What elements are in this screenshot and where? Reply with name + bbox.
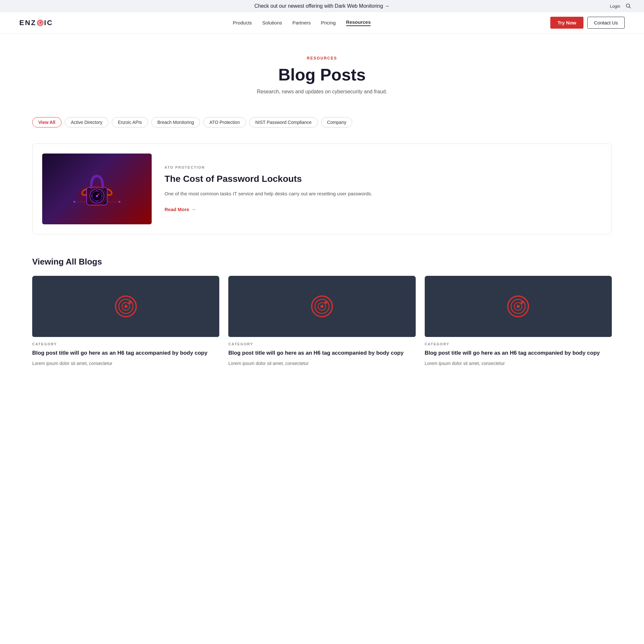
nav-partners[interactable]: Partners	[292, 20, 311, 25]
header: ENZ IC Products Solutions Partners Prici…	[0, 12, 644, 33]
nav-pricing[interactable]: Pricing	[321, 20, 336, 25]
filter-enzoic-apis[interactable]: Enzoic APIs	[112, 117, 148, 127]
logo-text-e: ENZ	[19, 19, 36, 27]
blog-card-image-2	[228, 276, 415, 337]
hero-label: RESOURCES	[13, 56, 631, 61]
svg-point-5	[41, 21, 42, 22]
page-title: Blog Posts	[13, 65, 631, 84]
filter-nist[interactable]: NIST Password Compliance	[249, 117, 318, 127]
banner-text: Check out our newest offering with Dark …	[254, 3, 390, 9]
main-nav: Products Solutions Partners Pricing Reso…	[233, 19, 371, 26]
blog-card-3: CATEGORY Blog post title will go here as…	[425, 276, 612, 367]
blog-card-2: CATEGORY Blog post title will go here as…	[228, 276, 415, 367]
nav-solutions[interactable]: Solutions	[262, 20, 282, 25]
blog-grid-section: Viewing All Blogs CATEGORY Blog post tit…	[0, 241, 644, 383]
featured-content: ATO PROTECTION The Cost of Password Lock…	[164, 165, 602, 212]
svg-point-0	[626, 4, 630, 7]
article-category: ATO PROTECTION	[164, 165, 602, 169]
hero-subtitle: Research, news and updates on cybersecur…	[13, 89, 631, 95]
try-now-button[interactable]: Try Now	[550, 17, 583, 29]
blog-grid: CATEGORY Blog post title will go here as…	[32, 276, 612, 367]
svg-line-1	[629, 7, 630, 8]
hero-section: RESOURCES Blog Posts Research, news and …	[0, 33, 644, 107]
featured-section: ATO PROTECTION The Cost of Password Lock…	[0, 137, 644, 241]
blog-card-excerpt-2: Lorem ipsum dolor sit amet, consectetur	[228, 360, 415, 367]
blog-card-category-3: CATEGORY	[425, 342, 612, 346]
filter-view-all[interactable]: View All	[32, 117, 61, 127]
blog-card-image-1	[32, 276, 219, 337]
contact-us-button[interactable]: Contact Us	[587, 17, 625, 29]
blog-card-category-1: CATEGORY	[32, 342, 219, 346]
nav-products[interactable]: Products	[233, 20, 252, 25]
blog-card-1: CATEGORY Blog post title will go here as…	[32, 276, 219, 367]
login-link[interactable]: Login	[610, 4, 620, 9]
search-icon[interactable]	[625, 3, 631, 10]
logo-text-ic: IC	[44, 19, 53, 27]
blog-grid-title: Viewing All Blogs	[32, 257, 612, 267]
svg-point-26	[124, 305, 127, 308]
filter-active-directory[interactable]: Active Directory	[65, 117, 108, 127]
featured-card: ATO PROTECTION The Cost of Password Lock…	[32, 144, 612, 234]
blog-card-image-3	[425, 276, 612, 337]
featured-image	[42, 154, 152, 224]
logo[interactable]: ENZ IC	[19, 19, 53, 27]
blog-card-title-3: Blog post title will go here as an H6 ta…	[425, 349, 612, 357]
filter-company[interactable]: Company	[321, 117, 353, 127]
read-more-text: Read More	[164, 207, 189, 212]
blog-card-title-2: Blog post title will go here as an H6 ta…	[228, 349, 415, 357]
filter-ato-protection[interactable]: ATO Protection	[203, 117, 246, 127]
top-banner: Check out our newest offering with Dark …	[0, 0, 644, 12]
svg-point-17	[96, 195, 98, 197]
blog-card-title-1: Blog post title will go here as an H6 ta…	[32, 349, 219, 357]
article-title: The Cost of Password Lockouts	[164, 173, 602, 185]
blog-card-category-2: CATEGORY	[228, 342, 415, 346]
article-excerpt: One of the most common tasks IT service …	[164, 190, 602, 198]
read-more-link[interactable]: Read More →	[164, 207, 196, 212]
svg-point-36	[517, 305, 520, 308]
nav-resources[interactable]: Resources	[346, 19, 371, 26]
blog-card-excerpt-3: Lorem ipsum dolor sit amet, consectetur	[425, 360, 612, 367]
blog-card-excerpt-1: Lorem ipsum dolor sit amet, consectetur	[32, 360, 219, 367]
arrow-right-icon: →	[191, 207, 196, 212]
svg-point-31	[320, 305, 324, 308]
header-actions: Try Now Contact Us	[550, 17, 625, 29]
logo-icon	[37, 19, 44, 26]
filter-breach-monitoring[interactable]: Breach Monitoring	[151, 117, 200, 127]
filter-bar: View All Active Directory Enzoic APIs Br…	[0, 107, 644, 137]
svg-point-21	[118, 201, 120, 203]
svg-point-20	[73, 201, 75, 203]
